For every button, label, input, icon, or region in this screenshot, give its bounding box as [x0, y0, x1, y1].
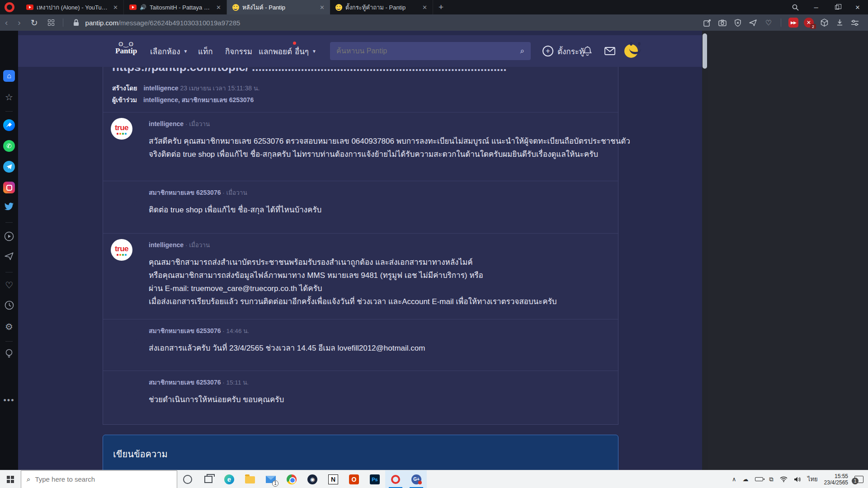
player-icon[interactable] — [0, 231, 18, 241]
restore-button[interactable] — [826, 0, 847, 14]
taskbar-search-input[interactable] — [35, 475, 152, 483]
bookmarks-star-icon[interactable]: ☆ — [0, 92, 18, 103]
tab-pantip-newtopic[interactable]: ตั้งกระทู้คำถาม - Pantip ✕ — [330, 0, 433, 14]
tab-title: หลังไมค์ - Pantip — [242, 3, 315, 12]
file-explorer-icon — [245, 476, 255, 483]
favorite-heart-icon[interactable]: ♡ — [762, 17, 775, 28]
close-icon[interactable]: ✕ — [111, 4, 120, 11]
start-button[interactable] — [0, 470, 21, 488]
adblock-shield-icon[interactable] — [731, 17, 745, 28]
app-task-view[interactable] — [198, 470, 219, 488]
pantip-search-input[interactable] — [330, 47, 520, 55]
nav-item-rooms[interactable]: เลือกห้อง▼ — [150, 35, 188, 67]
nav-item-activities[interactable]: กิจกรรม — [225, 35, 252, 67]
forward-icon[interactable]: › — [13, 18, 25, 28]
tab-search-icon[interactable] — [785, 0, 806, 14]
app-opera[interactable] — [385, 470, 406, 488]
app-cortana[interactable] — [177, 470, 198, 488]
url-text[interactable]: pantip.com/message/62624b491030310019a97… — [85, 19, 241, 27]
steam-icon: ◉ — [307, 474, 317, 484]
page-scrollbar-thumb[interactable] — [703, 33, 707, 69]
settings-gear-icon[interactable]: ⚙ — [0, 321, 18, 332]
instagram-icon[interactable] — [0, 182, 18, 193]
new-tab-button[interactable]: + — [433, 2, 449, 12]
ff-extension-icon[interactable]: ▶▶ — [787, 17, 800, 28]
app-steam[interactable]: ◉ — [302, 470, 323, 488]
bookmark-icon[interactable] — [700, 17, 714, 28]
user-avatar[interactable] — [624, 35, 638, 67]
telegram-icon[interactable] — [0, 161, 18, 173]
tab-pantip-messages[interactable]: หลังไมค์ - Pantip ✕ — [227, 0, 330, 14]
close-icon[interactable]: ✕ — [318, 4, 326, 11]
close-window-button[interactable]: ✕ — [847, 0, 868, 14]
reload-icon[interactable]: ↻ — [26, 18, 43, 28]
opera-logo-icon[interactable] — [5, 2, 14, 12]
notifications-bell[interactable] — [583, 35, 592, 67]
messenger-icon[interactable] — [0, 119, 18, 131]
tab-youtube-1[interactable]: เหงาปาก (Alone) - YouTube ✕ — [21, 0, 124, 14]
messages-envelope[interactable] — [604, 35, 615, 67]
nav-item-points[interactable]: แลกพอยต์ — [259, 35, 292, 67]
twitter-icon[interactable] — [0, 202, 18, 211]
whatsapp-icon[interactable]: ✆ — [0, 140, 18, 152]
compose-message-panel[interactable]: เขียนข้อความ — [103, 435, 618, 470]
app-office[interactable]: O — [344, 470, 364, 488]
taskbar-clock[interactable]: 15:55 23/4/2565 — [824, 473, 848, 486]
volume-icon[interactable] — [794, 476, 801, 483]
app-notion[interactable]: N — [323, 470, 344, 488]
close-icon[interactable]: ✕ — [420, 4, 429, 11]
tab-youtube-2[interactable]: 🔊 TaitosmitH - Pattaya Lov ✕ — [124, 0, 227, 14]
nav-item-more[interactable]: อื่นๆ▼ — [295, 35, 316, 67]
minimize-button[interactable]: ─ — [806, 0, 826, 14]
pantip-logo[interactable]: ʘ‿ʘ Pantip — [115, 41, 137, 56]
lock-icon[interactable] — [73, 19, 79, 26]
pantip-search-box[interactable]: ⌕ — [330, 42, 531, 60]
snapshot-camera-icon[interactable] — [716, 17, 729, 28]
more-dots-icon[interactable]: ••• — [0, 396, 18, 405]
true-avatar[interactable]: true — [111, 239, 132, 261]
x-extension-icon[interactable]: ✕2 — [802, 17, 816, 28]
message-author[interactable]: สมาชิกหมายเลข 6253076 · 15:11 น. — [149, 377, 609, 387]
date: 23/4/2565 — [824, 479, 848, 486]
speed-dial-icon[interactable]: ⌂ — [0, 70, 18, 82]
easy-setup-icon[interactable] — [848, 17, 862, 28]
app-photoshop[interactable]: Ps — [364, 470, 385, 488]
app-mail[interactable]: 1 — [260, 470, 281, 488]
workspaces-icon[interactable] — [48, 19, 54, 26]
onedrive-cloud-icon[interactable]: ☁ — [743, 476, 749, 483]
app-chrome[interactable] — [281, 470, 302, 488]
app-edge[interactable]: e — [219, 470, 240, 488]
back-icon[interactable]: ‹ — [0, 18, 13, 28]
divider — [5, 341, 13, 342]
avatar-smiley-icon — [624, 44, 638, 58]
app-file-explorer[interactable] — [240, 470, 260, 488]
message-author[interactable]: สมาชิกหมายเลข 6253076 · 14:46 น. — [149, 326, 609, 336]
downloads-icon[interactable] — [833, 17, 846, 28]
extensions-bulb-icon[interactable] — [0, 349, 18, 359]
my-flow-icon[interactable] — [0, 252, 18, 260]
creator-name[interactable]: intelligence — [143, 84, 178, 92]
battery-icon[interactable] — [755, 477, 763, 481]
sidebar-cube-icon[interactable] — [817, 17, 831, 28]
new-topic-button[interactable]: + ตั้งกระทู้ — [542, 35, 584, 67]
language-indicator[interactable]: ไทย — [807, 474, 818, 484]
taskbar-search-box[interactable]: ⌕ — [21, 470, 177, 488]
tray-chevron-up-icon[interactable]: ∧ — [732, 476, 736, 483]
message-author[interactable]: intelligence · เมื่อวาน — [149, 240, 609, 250]
search-icon[interactable]: ⌕ — [520, 47, 531, 56]
action-center-icon[interactable]: 1 — [854, 476, 863, 483]
likes-heart-icon[interactable]: ♡ — [0, 280, 18, 291]
tablet-icon[interactable]: ⧉ — [769, 476, 774, 483]
audio-speaker-icon[interactable]: 🔊 — [140, 4, 146, 10]
wifi-icon[interactable] — [780, 476, 788, 482]
page-scrollbar-track[interactable] — [702, 31, 708, 470]
true-avatar[interactable]: true — [111, 118, 132, 140]
send-to-flow-icon[interactable] — [746, 17, 760, 28]
history-clock-icon[interactable] — [0, 300, 18, 310]
app-gplus[interactable]: G+ — [406, 470, 427, 488]
nav-item-tags[interactable]: แท็ก — [198, 35, 212, 67]
close-icon[interactable]: ✕ — [214, 4, 223, 11]
participants-names[interactable]: intelligence, สมาชิกหมายเลข 6253076 — [143, 96, 254, 103]
message-author[interactable]: สมาชิกหมายเลข 6253076 · เมื่อวาน — [149, 188, 609, 197]
message-author[interactable]: intelligence · เมื่อวาน — [149, 119, 609, 129]
